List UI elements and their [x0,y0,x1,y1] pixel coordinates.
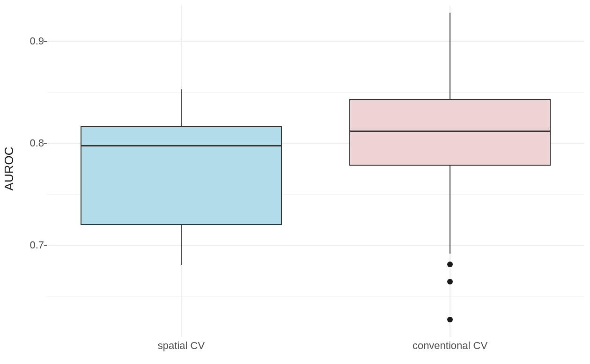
whisker-lower [450,166,450,254]
whisker-upper [181,89,182,126]
box-conventional-cv [349,99,551,166]
y-axis-label: AUROC [0,0,19,337]
median-line [349,131,551,132]
y-tick-0.7: 0.7 [21,239,44,251]
outlier-point [447,317,453,322]
gridline-h [47,41,584,42]
y-axis-label-text: AUROC [2,146,17,190]
gridline-h-minor [47,92,584,93]
x-tick-spatial-cv: spatial CV [158,340,205,352]
plot-panel [47,6,584,337]
outlier-point [447,279,453,284]
box-spatial-cv [81,126,282,225]
boxplot-chart: AUROC 0.7 0.8 0.9 [0,0,590,364]
x-tick-conventional-cv: conventional CV [413,340,487,352]
whisker-lower [181,225,182,265]
outlier-point [447,262,453,267]
gridline-h-minor [47,296,584,297]
gridline-h [47,245,584,246]
y-tick-0.8: 0.8 [21,137,44,149]
y-tick-0.9: 0.9 [21,35,44,47]
median-line [81,145,282,146]
whisker-upper [450,13,450,99]
